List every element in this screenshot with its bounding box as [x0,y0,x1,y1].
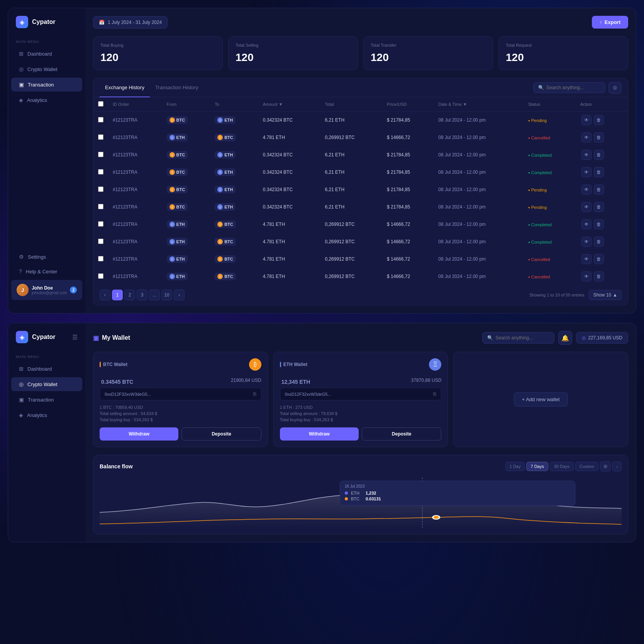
delete-action-button[interactable]: 🗑 [594,150,604,160]
balance-flow-header: Balance flow 1 Day 7 Days 30 Days Custom… [100,461,622,471]
page-2-button[interactable]: 2 [124,290,135,300]
filter-30days[interactable]: 30 Days [550,462,574,471]
view-action-button[interactable]: 👁 [581,254,591,264]
delete-action-button[interactable]: 🗑 [594,219,604,229]
cell-from: Ξ ETH [162,251,210,268]
delete-action-button[interactable]: 🗑 [594,254,604,264]
row-checkbox[interactable] [98,256,103,261]
wallet-panel: ◈ Cypator ☰ MAIN MENU ⊞ Dashboard ◎ Cryp… [8,323,636,542]
cell-total: 6,21 ETH [320,198,382,216]
copy-btc-address-button[interactable]: ⎘ [253,391,256,397]
dashboard-icon-b: ⊞ [19,366,24,372]
page-1-button[interactable]: 1 [112,290,123,300]
next-page-button[interactable]: › [174,290,185,300]
sidebar-item-label: Dashboard [27,366,52,372]
date-picker[interactable]: 📅 1 July 2024 - 31 July 2024 [93,16,168,29]
cell-date: 08 Jul 2024 - 12.00 pm [434,268,524,285]
row-checkbox[interactable] [98,134,103,140]
cell-id: #12123TRA [108,164,162,181]
btc-deposit-button[interactable]: Deposite [181,427,261,441]
row-checkbox[interactable] [98,117,103,122]
table-row: #12123TRA ₿ BTC Ξ ETH 0.342324 BTC 6,21 … [93,164,628,181]
sidebar-b-analytics[interactable]: ◈ Analytics [11,408,82,422]
row-checkbox[interactable] [98,239,103,244]
wallet-search-input[interactable] [495,335,549,341]
row-checkbox[interactable] [98,273,103,279]
cell-amount: 4.781 ETH [258,129,320,146]
view-action-button[interactable]: 👁 [581,237,591,247]
sidebar-item-help[interactable]: ? Help & Center [11,264,82,278]
balance-chart: 16 Jul 2023 ETH 1,232 BTC 0.03131 [100,478,622,528]
cell-amount: 0.342324 BTC [258,181,320,198]
delete-action-button[interactable]: 🗑 [594,271,604,281]
add-wallet-card[interactable]: + Add new wallet [453,352,628,447]
wallet-search[interactable]: 🔍 [482,332,554,344]
copy-eth-address-button[interactable]: ⎘ [433,391,436,397]
tab-transaction-history[interactable]: Transaction History [150,78,204,97]
table-row: #12123TRA Ξ ETH ₿ BTC 4.781 ETH 0,269912… [93,216,628,233]
delete-action-button[interactable]: 🗑 [594,237,604,247]
menu-toggle[interactable]: ☰ [72,334,78,341]
sidebar-b-transaction[interactable]: ▣ Transaction [11,393,82,407]
cell-id: #12123TRA [108,216,162,233]
sidebar-item-crypto-wallet[interactable]: ◎ Crypto Wallet [11,62,82,76]
page-buttons: ‹ 1 2 3 ... 10 › [100,290,185,300]
btc-withdraw-button[interactable]: Withdraw [100,427,178,441]
delete-action-button[interactable]: 🗑 [594,132,604,142]
cell-date: 08 Jul 2024 - 12.00 pm [434,146,524,164]
eth-deposit-button[interactable]: Deposite [362,427,441,441]
row-checkbox[interactable] [98,169,103,175]
page-10-button[interactable]: 10 [161,290,172,300]
prev-page-button[interactable]: ‹ [100,290,110,300]
view-action-button[interactable]: 👁 [581,167,591,177]
filter-custom[interactable]: Custom [575,462,598,471]
view-action-button[interactable]: 👁 [581,185,591,195]
cell-total: 0,269912 BTC [320,216,382,233]
view-action-button[interactable]: 👁 [581,271,591,281]
delete-action-button[interactable]: 🗑 [594,115,604,125]
row-checkbox[interactable] [98,186,103,192]
row-checkbox[interactable] [98,204,103,209]
delete-action-button[interactable]: 🗑 [594,202,604,212]
table-search[interactable]: 🔍 [533,82,605,93]
chart-download-button[interactable]: ↓ [612,461,622,471]
view-action-button[interactable]: 👁 [581,115,591,125]
view-action-button[interactable]: 👁 [581,219,591,229]
row-checkbox[interactable] [98,152,103,157]
user-profile[interactable]: J John Doe johndoe@gmail.com 2 [11,280,82,300]
filter-1day[interactable]: 1 Day [505,462,525,471]
search-input[interactable] [546,85,600,90]
cell-total: 0,269912 BTC [320,268,382,285]
view-action-button[interactable]: 👁 [581,150,591,160]
add-wallet-button[interactable]: + Add new wallet [514,392,568,407]
cell-price: $ 21784,85 [382,198,434,216]
delete-action-button[interactable]: 🗑 [594,167,604,177]
filter-7days[interactable]: 7 Days [526,462,548,471]
sidebar-b-crypto-wallet[interactable]: ◎ Crypto Wallet [11,377,82,391]
select-all-checkbox[interactable] [98,101,103,107]
sidebar-item-settings[interactable]: ⚙ Settings [11,250,82,264]
view-action-button[interactable]: 👁 [581,202,591,212]
eth-withdraw-button[interactable]: Withdraw [280,427,359,441]
sidebar-item-analytics[interactable]: ◈ Analytics [11,93,82,107]
eth-amount: 12,345ETH [280,375,310,386]
page-3-button[interactable]: 3 [137,290,147,300]
table-row: #12123TRA Ξ ETH ₿ BTC 4.781 ETH 0,269912… [93,129,628,146]
tab-exchange-history[interactable]: Exchange History [100,78,150,97]
sidebar-item-dashboard[interactable]: ⊞ Dashboard [11,47,82,61]
notification-button[interactable]: 🔔 [558,331,572,345]
export-button[interactable]: ↑ Export [592,16,628,29]
sidebar-b-dashboard[interactable]: ⊞ Dashboard [11,362,82,376]
delete-action-button[interactable]: 🗑 [594,185,604,195]
view-action-button[interactable]: 👁 [581,132,591,142]
chart-type-button[interactable]: ⊞ [600,461,611,471]
sidebar-item-transaction[interactable]: ▣ Transaction [11,78,82,92]
row-checkbox[interactable] [98,221,103,227]
stat-value: 120 [371,51,486,64]
wallet-topbar: ▣ My Wallet 🔍 🔔 ◎ 227,169,85 USD [93,331,628,345]
filter-button[interactable]: ⚙ [608,82,622,94]
show-select[interactable]: Show 10 ▲ [589,290,622,300]
stat-total-request: Total Request 120 [498,36,628,70]
cell-amount: 0.342324 BTC [258,146,320,164]
page-ellipsis: ... [149,290,160,300]
